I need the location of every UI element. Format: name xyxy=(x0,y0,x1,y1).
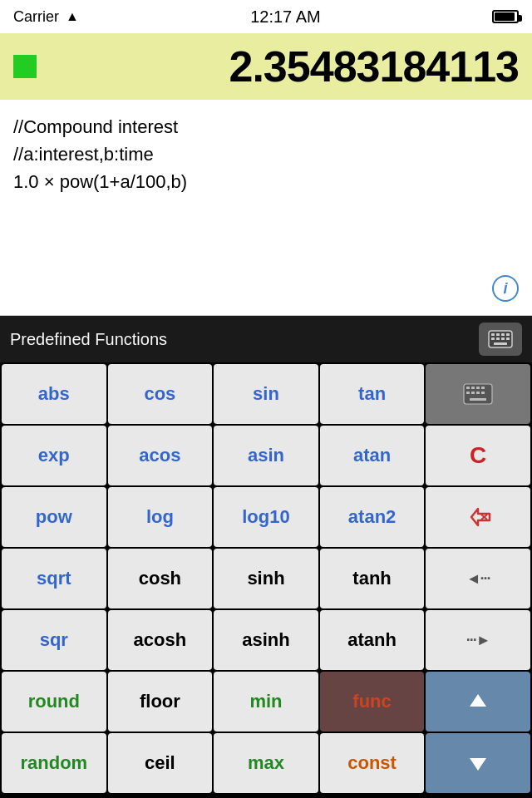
svg-rect-9 xyxy=(494,342,507,345)
editor-area[interactable]: //Compound interest //a:interest,b:time … xyxy=(0,100,532,316)
keyboard-toggle-btn[interactable] xyxy=(479,323,522,356)
svg-rect-6 xyxy=(496,337,500,340)
atan-btn[interactable]: atan xyxy=(320,426,425,485)
log10-btn[interactable]: log10 xyxy=(214,487,318,547)
clear-btn[interactable]: C xyxy=(426,426,530,485)
acosh-btn[interactable]: acosh xyxy=(108,610,213,670)
functions-section-header: Predefined Functions xyxy=(0,316,532,362)
sin-btn[interactable]: sin xyxy=(214,364,318,424)
info-icon[interactable]: i xyxy=(492,275,519,302)
floor-btn[interactable]: floor xyxy=(108,672,213,732)
status-bar: Carrier ▲ 12:17 AM xyxy=(0,0,532,33)
svg-rect-8 xyxy=(506,337,510,340)
acos-btn[interactable]: acos xyxy=(108,426,213,485)
random-btn[interactable]: random xyxy=(2,733,106,793)
min-btn[interactable]: min xyxy=(214,672,318,732)
keyboard-btn-inline[interactable] xyxy=(426,364,530,424)
svg-rect-4 xyxy=(506,333,510,336)
scroll-left-btn[interactable]: ◄··· xyxy=(426,549,530,608)
arrow-down-btn[interactable] xyxy=(426,733,530,793)
svg-rect-12 xyxy=(471,387,475,389)
tan-btn[interactable]: tan xyxy=(320,364,425,424)
svg-rect-2 xyxy=(496,333,500,336)
editor-text[interactable]: //Compound interest //a:interest,b:time … xyxy=(13,113,519,195)
svg-rect-7 xyxy=(501,337,505,340)
cos-btn[interactable]: cos xyxy=(108,364,213,424)
battery-icon xyxy=(492,10,519,23)
svg-rect-16 xyxy=(471,392,475,394)
abs-btn[interactable]: abs xyxy=(2,364,106,424)
status-indicator xyxy=(13,55,37,78)
svg-marker-24 xyxy=(470,758,486,771)
svg-rect-1 xyxy=(491,333,495,336)
arrow-up-btn[interactable] xyxy=(426,672,530,732)
asinh-btn[interactable]: asinh xyxy=(214,610,318,670)
button-grid: abscossintan expacosasinatanCpowloglog10… xyxy=(0,362,532,795)
time-display: 12:17 AM xyxy=(250,7,321,27)
svg-rect-17 xyxy=(476,392,480,394)
sqrt-btn[interactable]: sqrt xyxy=(2,549,106,608)
svg-marker-23 xyxy=(470,694,486,707)
round-btn[interactable]: round xyxy=(2,672,106,732)
func-btn[interactable]: func xyxy=(320,672,425,732)
svg-rect-13 xyxy=(476,387,480,389)
log-btn[interactable]: log xyxy=(108,487,213,547)
calculator-display: 2.35483184113 xyxy=(0,33,532,100)
svg-rect-11 xyxy=(466,387,470,389)
tanh-btn[interactable]: tanh xyxy=(320,549,425,608)
svg-rect-3 xyxy=(501,333,505,336)
svg-rect-15 xyxy=(466,392,470,394)
svg-rect-14 xyxy=(481,387,485,389)
sinh-btn[interactable]: sinh xyxy=(214,549,318,608)
display-value: 2.35483184113 xyxy=(229,42,520,91)
cosh-btn[interactable]: cosh xyxy=(108,549,213,608)
svg-rect-19 xyxy=(470,398,486,401)
atanh-btn[interactable]: atanh xyxy=(320,610,425,670)
scroll-right-btn[interactable]: ···► xyxy=(426,610,530,670)
const-btn[interactable]: const xyxy=(320,733,425,793)
max-btn[interactable]: max xyxy=(214,733,318,793)
sqr-btn[interactable]: sqr xyxy=(2,610,106,670)
svg-rect-5 xyxy=(491,337,495,340)
asin-btn[interactable]: asin xyxy=(214,426,318,485)
functions-label-text: Predefined Functions xyxy=(10,330,167,349)
svg-marker-20 xyxy=(471,509,490,525)
backspace-btn[interactable] xyxy=(426,487,530,547)
ceil-btn[interactable]: ceil xyxy=(108,733,213,793)
carrier-label: Carrier xyxy=(13,8,59,26)
atan2-btn[interactable]: atan2 xyxy=(320,487,425,547)
pow-btn[interactable]: pow xyxy=(2,487,106,547)
wifi-icon: ▲ xyxy=(66,9,79,24)
svg-rect-18 xyxy=(481,392,485,394)
exp-btn[interactable]: exp xyxy=(2,426,106,485)
